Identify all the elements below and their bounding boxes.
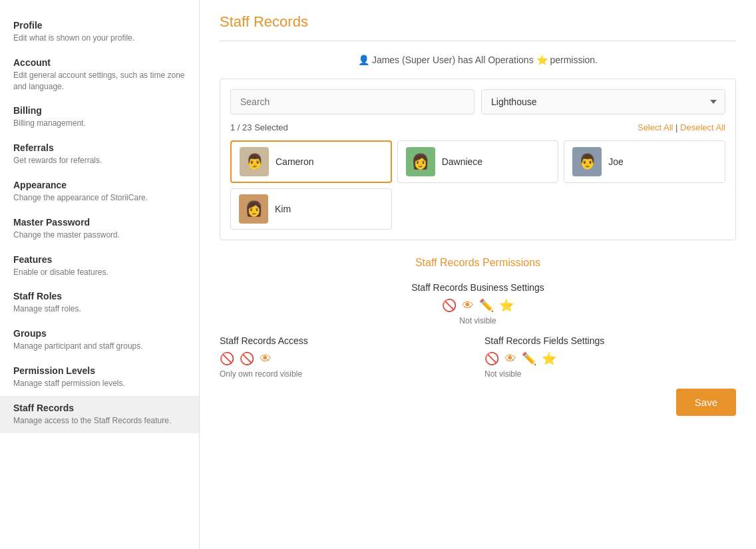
sidebar-item-title: Billing <box>13 105 186 116</box>
staff-name-cameron: Cameron <box>276 156 314 167</box>
permissions-section: Staff Records Permissions Staff Records … <box>220 257 736 416</box>
staff-name-kim: Kim <box>275 204 291 214</box>
perm-status-fields: Not visible <box>484 369 736 379</box>
sidebar-item-account[interactable]: Account Edit general account settings, s… <box>0 51 199 99</box>
perms-grid: Staff Records Access 🚫 🚫 👁 Only own reco… <box>220 335 736 379</box>
sidebar-item-title: Groups <box>13 328 186 339</box>
sidebar-item-master-password[interactable]: Master Password Change the master passwo… <box>0 210 199 248</box>
selector-actions: Select All | Deselect All <box>638 122 725 132</box>
sidebar-item-desc: Manage participant and staff groups. <box>13 341 186 352</box>
sidebar-item-staff-roles[interactable]: Staff Roles Manage staff roles. <box>0 284 199 321</box>
banner-emoji: 👤 <box>358 55 369 65</box>
main-content: Staff Records 👤 James (Super User) has A… <box>200 0 756 549</box>
select-all-link[interactable]: Select All <box>638 122 673 132</box>
view-icon[interactable]: 👁 <box>462 299 474 313</box>
avatar-joe: 👨 <box>572 147 602 176</box>
sidebar-item-title: Master Password <box>13 217 186 228</box>
perm-block-title-access: Staff Records Access <box>220 335 471 346</box>
staff-grid: 👨 Cameron 👩 Dawniece 👨 Joe 👩 Kim <box>230 140 725 230</box>
selector-top-row: Lighthouse All Locations <box>230 89 725 114</box>
sidebar-item-title: Referrals <box>13 142 186 153</box>
staff-card-cameron[interactable]: 👨 Cameron <box>230 140 392 183</box>
no-view-icon-fields[interactable]: 🚫 <box>484 351 499 366</box>
no-view-icon[interactable]: 🚫 <box>442 298 457 313</box>
sidebar-item-permission-levels[interactable]: Permission Levels Manage staff permissio… <box>0 359 199 396</box>
sidebar-item-groups[interactable]: Groups Manage participant and staff grou… <box>0 321 199 359</box>
sidebar-item-desc: Edit what is shown on your profile. <box>13 33 186 44</box>
sidebar-item-title: Staff Records <box>13 403 186 413</box>
view-icon-fields[interactable]: 👁 <box>504 352 516 366</box>
sidebar-item-desc: Change the master password. <box>13 230 186 241</box>
perm-icons-fields: 🚫 👁 ✏️ ⭐ <box>484 351 736 366</box>
sidebar-item-title: Staff Roles <box>13 291 186 301</box>
perm-block-title-fields: Staff Records Fields Settings <box>484 335 736 346</box>
sidebar-item-desc: Billing management. <box>13 118 186 129</box>
sidebar-item-referrals[interactable]: Referrals Get rewards for referrals. <box>0 136 199 173</box>
location-select[interactable]: Lighthouse All Locations <box>481 89 725 114</box>
sidebar-item-desc: Manage staff roles. <box>13 303 186 315</box>
avatar-dawniece: 👩 <box>406 147 435 176</box>
edit-icon-fields[interactable]: ✏️ <box>522 351 536 366</box>
selector-meta: 1 / 23 Selected Select All | Deselect Al… <box>230 122 725 132</box>
sidebar: Profile Edit what is shown on your profi… <box>0 0 200 549</box>
perm-block-title-business: Staff Records Business Settings <box>220 282 736 293</box>
sidebar-item-desc: Change the appearance of StoriiCare. <box>13 192 186 204</box>
staff-card-joe[interactable]: 👨 Joe <box>564 140 725 183</box>
view-icon-access[interactable]: 👁 <box>260 352 272 366</box>
staff-selector-box: Lighthouse All Locations 1 / 23 Selected… <box>220 79 736 240</box>
star-icon[interactable]: ⭐ <box>499 298 514 313</box>
staff-name-dawniece: Dawniece <box>442 156 482 167</box>
sidebar-item-title: Appearance <box>13 180 186 190</box>
star-icon-fields[interactable]: ⭐ <box>542 351 556 366</box>
save-button[interactable]: Save <box>676 389 736 416</box>
sidebar-item-title: Features <box>13 254 186 265</box>
sidebar-item-title: Permission Levels <box>13 365 186 376</box>
perm-block-business-settings: Staff Records Business Settings 🚫 👁 ✏️ ⭐… <box>220 282 736 325</box>
avatar-cameron: 👨 <box>240 147 269 176</box>
sidebar-item-billing[interactable]: Billing Billing management. <box>0 98 199 136</box>
banner-text: James (Super User) has All Operations ⭐ … <box>372 55 598 65</box>
perm-icons-business: 🚫 👁 ✏️ ⭐ <box>220 298 736 313</box>
perm-status-business: Not visible <box>220 316 736 325</box>
partial-view-icon-access[interactable]: 🚫 <box>240 351 254 366</box>
sidebar-item-desc: Manage staff permission levels. <box>13 378 186 389</box>
sidebar-item-title: Profile <box>13 20 186 31</box>
selection-count: 1 / 23 Selected <box>230 122 288 132</box>
permissions-title: Staff Records Permissions <box>220 257 736 269</box>
staff-card-dawniece[interactable]: 👩 Dawniece <box>397 140 559 183</box>
edit-icon[interactable]: ✏️ <box>479 298 494 313</box>
sidebar-item-features[interactable]: Features Enable or disable features. <box>0 248 199 285</box>
deselect-all-link[interactable]: Deselect All <box>680 122 725 132</box>
sidebar-item-title: Account <box>13 57 186 68</box>
sidebar-item-desc: Edit general account settings, such as t… <box>13 70 186 92</box>
perm-block-fields: Staff Records Fields Settings 🚫 👁 ✏️ ⭐ N… <box>484 335 736 379</box>
sidebar-item-profile[interactable]: Profile Edit what is shown on your profi… <box>0 13 199 51</box>
save-row: Save <box>220 389 736 416</box>
avatar-kim: 👩 <box>239 194 268 224</box>
sidebar-item-staff-records[interactable]: Staff Records Manage access to the Staff… <box>0 396 199 433</box>
page-title: Staff Records <box>220 13 736 31</box>
no-view-icon-access[interactable]: 🚫 <box>220 351 234 366</box>
staff-name-joe: Joe <box>608 156 624 167</box>
search-input[interactable] <box>230 89 474 114</box>
sidebar-item-desc: Get rewards for referrals. <box>13 155 186 166</box>
perm-block-access: Staff Records Access 🚫 🚫 👁 Only own reco… <box>220 335 471 379</box>
divider <box>220 41 736 41</box>
permission-banner: 👤 James (Super User) has All Operations … <box>220 55 736 65</box>
staff-card-kim[interactable]: 👩 Kim <box>230 188 392 230</box>
perm-icons-access: 🚫 🚫 👁 <box>220 351 471 366</box>
sidebar-item-appearance[interactable]: Appearance Change the appearance of Stor… <box>0 173 199 210</box>
sidebar-item-desc: Enable or disable features. <box>13 267 186 278</box>
sidebar-item-desc: Manage access to the Staff Records featu… <box>13 415 186 427</box>
perm-status-access: Only own record visible <box>220 369 471 379</box>
